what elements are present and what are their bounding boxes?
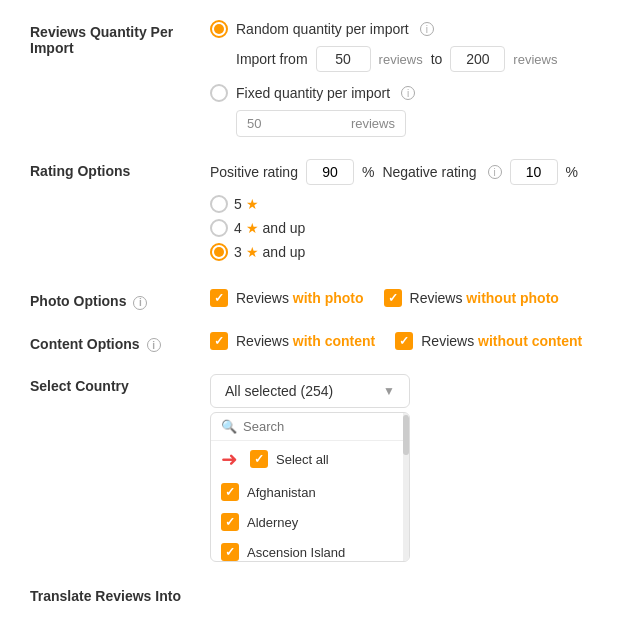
alderney-label: Alderney [247, 515, 298, 530]
select-all-checkbox[interactable] [250, 450, 268, 468]
without-content-checkbox[interactable] [395, 332, 413, 350]
fixed-input-box: 50 reviews [236, 110, 406, 137]
page-container: Reviews Quantity Per Import Random quant… [0, 0, 638, 636]
country-item-alderney[interactable]: Alderney [211, 507, 409, 537]
afghanistan-checkbox[interactable] [221, 483, 239, 501]
rating-4-radio[interactable] [210, 219, 228, 237]
fixed-radio[interactable] [210, 84, 228, 102]
with-photo-wrap[interactable]: Reviews with photo [210, 289, 364, 307]
fixed-value: 50 [247, 116, 261, 131]
chevron-down-icon: ▼ [383, 384, 395, 398]
star-3: ★ [246, 244, 259, 260]
import-from-label: Import from [236, 51, 308, 67]
photo-label: Photo Options i [30, 289, 210, 310]
scrollbar[interactable] [403, 413, 409, 561]
rating-inputs-row: Positive rating % Negative rating i % [210, 159, 608, 185]
rating-4-row[interactable]: 4 ★ and up [210, 219, 608, 237]
import-range-row: Import from reviews to reviews [236, 46, 608, 72]
fixed-quantity-option[interactable]: Fixed quantity per import i [210, 84, 608, 102]
country-item-afghanistan[interactable]: Afghanistan [211, 477, 409, 507]
translate-section: Translate Reviews Into [30, 584, 608, 604]
country-label: Select Country [30, 374, 210, 394]
reviews-label-2: reviews [513, 52, 557, 67]
country-dropdown-open: 🔍 ➜ Select all Afghanistan A [210, 412, 410, 562]
content-section: Content Options i Reviews with content R… [30, 332, 608, 353]
photo-info-icon[interactable]: i [133, 296, 147, 310]
star-4: ★ [246, 220, 259, 236]
percent-1: % [362, 164, 374, 180]
without-content-label: Reviews without content [421, 333, 582, 349]
quantity-section: Reviews Quantity Per Import Random quant… [30, 20, 608, 137]
fixed-info-icon[interactable]: i [401, 86, 415, 100]
content-label: Content Options i [30, 332, 210, 353]
with-content-highlight: with content [293, 333, 375, 349]
random-quantity-option[interactable]: Random quantity per import i [210, 20, 608, 38]
scrollbar-thumb [403, 415, 409, 455]
with-photo-label: Reviews with photo [236, 290, 364, 306]
with-content-checkbox[interactable] [210, 332, 228, 350]
rating-label: Rating Options [30, 159, 210, 179]
negative-label: Negative rating [382, 164, 476, 180]
photo-content: Reviews with photo Reviews without photo [210, 289, 608, 307]
quantity-content: Random quantity per import i Import from… [210, 20, 608, 137]
negative-input[interactable] [510, 159, 558, 185]
random-info-icon[interactable]: i [420, 22, 434, 36]
rating-content: Positive rating % Negative rating i % 5 … [210, 159, 608, 267]
without-photo-checkbox[interactable] [384, 289, 402, 307]
search-row: 🔍 [211, 413, 409, 441]
star-5: ★ [246, 196, 259, 212]
without-content-highlight: without content [478, 333, 582, 349]
import-to-input[interactable] [450, 46, 505, 72]
content-options-pair: Reviews with content Reviews without con… [210, 332, 608, 350]
content-info-icon[interactable]: i [147, 338, 161, 352]
country-list: ➜ Select all Afghanistan Alderney [211, 441, 409, 561]
negative-info-icon[interactable]: i [488, 165, 502, 179]
country-selected-text: All selected (254) [225, 383, 333, 399]
country-item-ascension[interactable]: Ascension Island [211, 537, 409, 561]
random-radio[interactable] [210, 20, 228, 38]
ascension-checkbox[interactable] [221, 543, 239, 561]
without-photo-highlight: without photo [466, 290, 559, 306]
fixed-reviews-label: reviews [351, 116, 395, 131]
positive-label: Positive rating [210, 164, 298, 180]
to-label: to [431, 51, 443, 67]
positive-input[interactable] [306, 159, 354, 185]
import-from-input[interactable] [316, 46, 371, 72]
content-options: Reviews with content Reviews without con… [210, 332, 608, 350]
search-icon: 🔍 [221, 419, 237, 434]
rating-4-label: 4 ★ and up [234, 220, 305, 236]
reviews-label-1: reviews [379, 52, 423, 67]
rating-3-label: 3 ★ and up [234, 244, 305, 260]
country-content: All selected (254) ▼ 🔍 ➜ Select all [210, 374, 608, 562]
rating-5-radio[interactable] [210, 195, 228, 213]
percent-2: % [566, 164, 578, 180]
rating-section: Rating Options Positive rating % Negativ… [30, 159, 608, 267]
alderney-checkbox[interactable] [221, 513, 239, 531]
photo-options-pair: Reviews with photo Reviews without photo [210, 289, 608, 307]
random-quantity-label: Random quantity per import [236, 21, 409, 37]
rating-5-label: 5 ★ [234, 196, 259, 212]
without-photo-wrap[interactable]: Reviews without photo [384, 289, 559, 307]
photo-section: Photo Options i Reviews with photo Revie… [30, 289, 608, 310]
translate-label: Translate Reviews Into [30, 584, 210, 604]
fixed-quantity-label: Fixed quantity per import [236, 85, 390, 101]
fixed-range-row: 50 reviews [236, 110, 608, 137]
quantity-label: Reviews Quantity Per Import [30, 20, 210, 56]
without-content-wrap[interactable]: Reviews without content [395, 332, 582, 350]
rating-3-row[interactable]: 3 ★ and up [210, 243, 608, 261]
with-photo-highlight: with photo [293, 290, 364, 306]
select-all-item[interactable]: ➜ Select all [211, 441, 409, 477]
without-photo-label: Reviews without photo [410, 290, 559, 306]
arrow-pointer-icon: ➜ [221, 447, 238, 471]
ascension-label: Ascension Island [247, 545, 345, 560]
with-photo-checkbox[interactable] [210, 289, 228, 307]
with-content-wrap[interactable]: Reviews with content [210, 332, 375, 350]
rating-3-radio[interactable] [210, 243, 228, 261]
with-content-label: Reviews with content [236, 333, 375, 349]
select-all-label: Select all [276, 452, 329, 467]
country-search-input[interactable] [243, 419, 399, 434]
country-section: Select Country All selected (254) ▼ 🔍 ➜ … [30, 374, 608, 562]
rating-5-row[interactable]: 5 ★ [210, 195, 608, 213]
afghanistan-label: Afghanistan [247, 485, 316, 500]
country-dropdown-trigger[interactable]: All selected (254) ▼ [210, 374, 410, 408]
